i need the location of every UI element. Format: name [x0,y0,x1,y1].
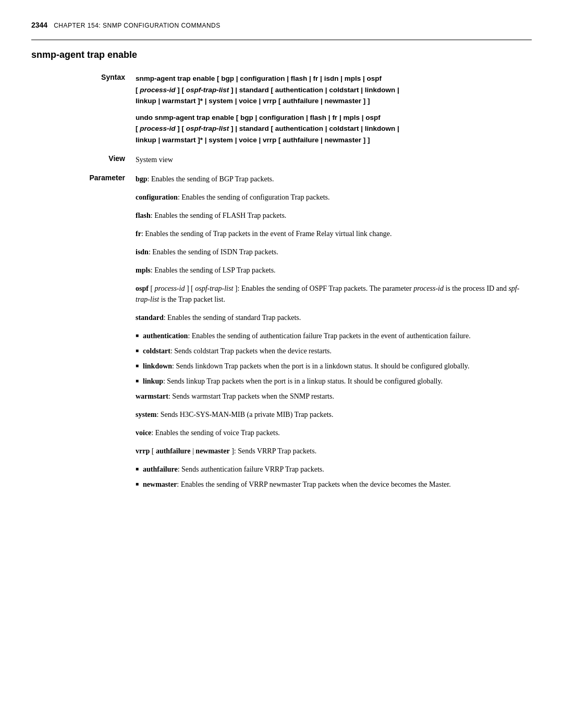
parameter-label: Parameter [31,174,136,182]
param-standard-name: standard [136,314,164,322]
param-flash-name: flash [136,212,151,219]
syntax-content: snmp-agent trap enable [ bgp | configura… [136,73,532,146]
section-title: snmp-agent trap enable [31,50,532,60]
param-vrrp-newmaster: newmaster [195,447,229,455]
page-header: 2344 Chapter 154: SNMP Configuration Com… [31,21,532,29]
param-system: system: Sends H3C-SYS-MAN-MIB (a private… [136,409,532,420]
param-isdn: isdn: Enables the sending of ISDN Trap p… [136,246,532,257]
standard-bullet-list: ■ authentication: Enables the sending of… [136,330,532,387]
param-vrrp-desc: : Sends VRRP Trap packets. [234,447,316,455]
param-standard: standard: Enables the sending of standar… [136,312,532,323]
parameter-content: bgp: Enables the sending of BGP Trap pac… [136,174,532,494]
bullet-authentication: ■ authentication: Enables the sending of… [136,330,532,341]
bullet-linkdown-text: linkdown: Sends linkdown Trap packets wh… [143,361,469,372]
param-configuration: configuration: Enables the sending of co… [136,192,532,203]
bullet-icon-linkdown: ■ [136,362,139,369]
param-warmstart-desc: : Sends warmstart Trap packets when the … [168,392,334,400]
param-ospf: ospf [ process-id ] [ ospf-trap-list ]: … [136,283,532,305]
param-flash-desc: : Enables the sending of FLASH Trap pack… [151,212,287,219]
syntax-line6: linkup | warmstart ]* | system | voice |… [136,134,532,146]
syntax-label: Syntax [31,73,136,81]
param-mpls-desc: : Enables the sending of LSP Trap packet… [151,266,276,274]
param-isdn-desc: : Enables the sending of ISDN Trap packe… [149,248,278,256]
syntax-line2: [ process-id ] [ ospf-trap-list ] | stan… [136,84,532,96]
param-flash: flash: Enables the sending of FLASH Trap… [136,210,532,221]
param-fr: fr: Enables the sending of Trap packets … [136,228,532,239]
param-warmstart: warmstart: Sends warmstart Trap packets … [136,391,532,402]
content-area: Syntax snmp-agent trap enable [ bgp | co… [31,73,532,502]
param-bgp: bgp: Enables the sending of BGP Trap pac… [136,174,532,184]
param-vrrp-authfailure: authfailure [156,447,191,455]
bullet-icon-authentication: ■ [136,331,139,339]
param-bgp-desc: : Enables the sending of BGP Trap packet… [148,175,274,183]
param-system-name: system [136,411,156,418]
bullet-authentication-text: authentication: Enables the sending of a… [143,330,471,341]
view-content: System view [136,154,532,165]
bullet-icon-linkup: ■ [136,377,139,385]
syntax-row: Syntax snmp-agent trap enable [ bgp | co… [31,73,532,146]
parameter-row: Parameter bgp: Enables the sending of BG… [31,174,532,494]
syntax-line5: [ process-id ] [ ospf-trap-list ] | stan… [136,123,532,134]
bullet-newmaster: ■ newmaster: Enables the sending of VRRP… [136,479,532,490]
param-voice-desc: : Enables the sending of voice Trap pack… [151,429,280,437]
param-isdn-name: isdn [136,248,149,256]
param-configuration-desc: : Enables the sending of configuration T… [178,193,330,201]
param-voice: voice: Enables the sending of voice Trap… [136,427,532,438]
syntax-line1: snmp-agent trap enable [ bgp | configura… [136,73,532,84]
page-number: 2344 [31,21,47,29]
param-bgp-name: bgp [136,175,148,183]
param-ospf-italic2: ospf-trap-list [195,285,233,292]
bullet-authfailure-text: authfailure: Sends authentication failur… [143,464,324,475]
param-ospf-italic1: process-id [155,285,185,292]
view-label: View [31,154,136,163]
param-vrrp-name: vrrp [136,447,150,455]
bullet-icon-authfailure: ■ [136,465,139,473]
param-fr-desc: : Enables the sending of Trap packets in… [141,230,392,238]
bullet-linkup: ■ linkup: Sends linkup Trap packets when… [136,376,532,387]
param-standard-desc: : Enables the sending of standard Trap p… [164,314,301,322]
vrrp-bullet-list: ■ authfailure: Sends authentication fail… [136,464,532,490]
param-mpls: mpls: Enables the sending of LSP Trap pa… [136,265,532,276]
syntax-line3: linkup | warmstart ]* | system | voice |… [136,95,532,107]
param-configuration-name: configuration [136,193,178,201]
param-warmstart-name: warmstart [136,392,168,400]
param-voice-name: voice [136,429,151,437]
param-vrrp: vrrp [ authfailure | newmaster ]: Sends … [136,446,532,456]
chapter-title: Chapter 154: SNMP Configuration Commands [54,22,221,29]
bullet-icon-newmaster: ■ [136,480,139,488]
param-fr-name: fr [136,230,141,238]
bullet-newmaster-text: newmaster: Enables the sending of VRRP n… [143,479,451,490]
param-mpls-name: mpls [136,266,151,274]
bullet-linkdown: ■ linkdown: Sends linkdown Trap packets … [136,361,532,372]
param-ospf-desc: : Enables the sending of OSPF Trap packe… [136,285,519,303]
syntax-line4: undo snmp-agent trap enable [ bgp | conf… [136,112,532,124]
view-row: View System view [31,154,532,165]
bullet-coldstart: ■ coldstart: Sends coldstart Trap packet… [136,346,532,356]
bullet-authfailure: ■ authfailure: Sends authentication fail… [136,464,532,475]
divider [31,40,532,40]
param-ospf-name: ospf [136,285,149,292]
bullet-linkup-text: linkup: Sends linkup Trap packets when t… [143,376,443,387]
param-system-desc: : Sends H3C-SYS-MAN-MIB (a private MIB) … [156,411,333,418]
bullet-coldstart-text: coldstart: Sends coldstart Trap packets … [143,346,332,356]
bullet-icon-coldstart: ■ [136,347,139,354]
